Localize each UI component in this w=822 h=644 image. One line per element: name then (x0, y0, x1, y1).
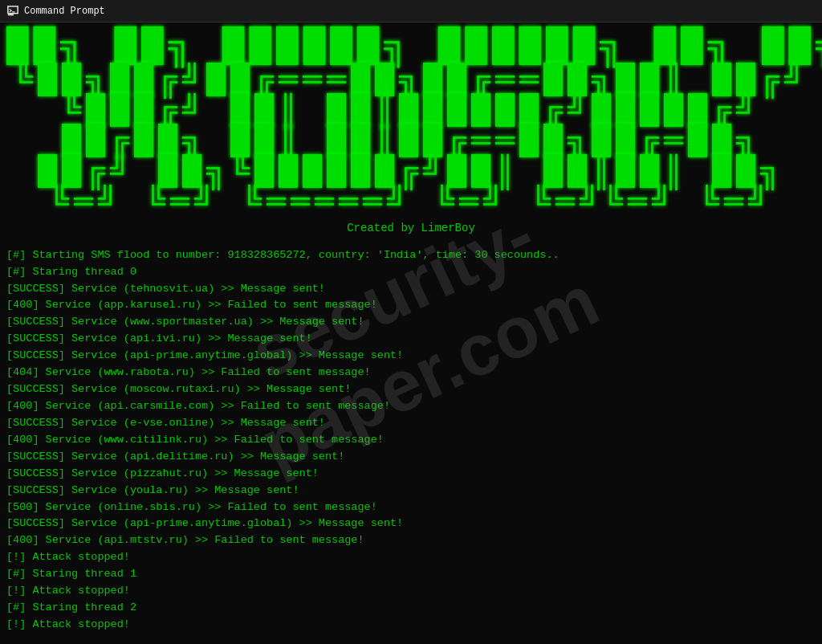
log-line: [SUCCESS] Service (api.delitime.ru) >> M… (6, 449, 816, 466)
logo-row-1: ██╗ ██╗ ██████╗ ██████╗ ██╗ ██╗ (6, 31, 816, 66)
log-line: [SUCCESS] Service (youla.ru) >> Message … (6, 483, 816, 499)
log-line: [#] Starting SMS flood to number: 918328… (6, 247, 816, 264)
logo-row-3: ╚███╔╝ ██║ ██║██████╔╝█████╔╝ (6, 96, 816, 127)
log-line: [404] Service (www.rabota.ru) >> Failed … (6, 365, 816, 381)
log-line: [SUCCESS] Service (api-prime.anytime.glo… (6, 348, 816, 365)
terminal-window: security-paper.com ██╗███╗ ███╗██████╗ █… (0, 22, 822, 644)
log-line: [SUCCESS] Service (api-prime.anytime.glo… (6, 516, 816, 532)
log-line: [SUCCESS] Service (e-vse.online) >> Mess… (6, 415, 816, 432)
log-line: [#] Staring thread 1 (6, 566, 816, 583)
created-by-label: Created by LimerBoy (6, 222, 816, 234)
log-line: [SUCCESS] Service (api.ivi.ru) >> Messag… (6, 331, 816, 348)
logo-row-4: ██╔██╗ ██║ ██║██╔══██╗██╔═██╗ (6, 127, 816, 157)
log-container: [#] Starting SMS flood to number: 918328… (6, 247, 816, 634)
log-line: [SUCCESS] Service (tehnosvit.ua) >> Mess… (6, 281, 816, 298)
log-line: [400] Service (app.karusel.ru) >> Failed… (6, 297, 816, 314)
log-line: [!] Attack stopped! (6, 617, 816, 634)
log-line: [500] Service (online.sbis.ru) >> Failed… (6, 499, 816, 516)
log-line: [SUCCESS] Service (www.sportmaster.ua) >… (6, 314, 816, 331)
log-line: [SUCCESS] Service (moscow.rutaxi.ru) >> … (6, 381, 816, 398)
log-line: [400] Service (www.citilink.ru) >> Faile… (6, 432, 816, 449)
cmd-icon (6, 5, 19, 18)
log-line: [#] Staring thread 0 (6, 264, 816, 281)
logo-row-6: ╚═╝ ╚═╝ ╚═════╝ ╚═╝ ╚═╝╚═╝ ╚═╝ (6, 188, 816, 218)
logo-area: ██╗ ██╗ ██████╗ ██████╗ ██╗ ██╗ ╚██╗██╔╝… (6, 31, 816, 218)
title-bar-text: Command Prompt (24, 6, 105, 17)
logo-row-5: ██╔╝ ██╗╚██████╔╝██║ ██║██║ ██╗ (6, 157, 816, 188)
log-line: [400] Service (api.mtstv.ru) >> Failed t… (6, 532, 816, 549)
log-line: [!] Attack stopped! (6, 549, 816, 566)
log-line: [SUCCESS] Service (pizzahut.ru) >> Messa… (6, 466, 816, 483)
title-bar: Command Prompt (0, 0, 822, 22)
logo-row-2: ╚██╗██╔╝██╔═══██╗██╔══██╗██║ ██╔╝ (6, 66, 816, 96)
log-line: [#] Staring thread 2 (6, 600, 816, 617)
log-line: [400] Service (api.carsmile.com) >> Fail… (6, 398, 816, 415)
log-line: [!] Attack stopped! (6, 583, 816, 600)
